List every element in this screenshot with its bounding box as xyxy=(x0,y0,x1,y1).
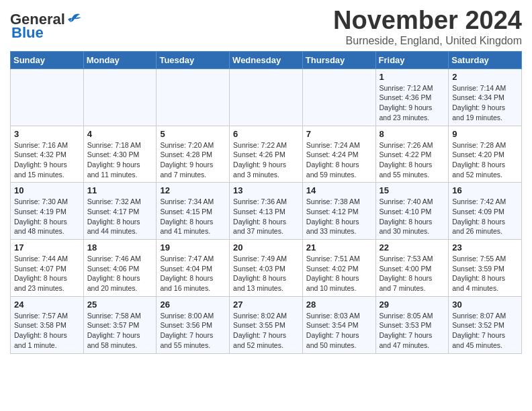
calendar-day-cell: 9Sunrise: 7:28 AM Sunset: 4:20 PM Daylig… xyxy=(449,126,522,183)
day-number: 11 xyxy=(87,185,153,195)
day-info: Sunrise: 8:00 AM Sunset: 3:56 PM Dayligh… xyxy=(160,311,226,351)
day-info: Sunrise: 7:24 AM Sunset: 4:24 PM Dayligh… xyxy=(306,140,372,180)
day-info: Sunrise: 7:51 AM Sunset: 4:02 PM Dayligh… xyxy=(306,254,372,293)
day-number: 26 xyxy=(160,300,226,310)
day-info: Sunrise: 7:38 AM Sunset: 4:12 PM Dayligh… xyxy=(306,197,372,236)
calendar-day-cell: 19Sunrise: 7:47 AM Sunset: 4:04 PM Dayli… xyxy=(157,240,230,297)
calendar-day-cell: 2Sunrise: 7:14 AM Sunset: 4:34 PM Daylig… xyxy=(449,68,522,126)
day-number: 10 xyxy=(14,185,80,195)
calendar-day-cell: 14Sunrise: 7:38 AM Sunset: 4:12 PM Dayli… xyxy=(302,183,375,240)
day-info: Sunrise: 7:32 AM Sunset: 4:17 PM Dayligh… xyxy=(87,197,153,236)
day-of-week-header: Sunday xyxy=(11,51,84,68)
day-number: 14 xyxy=(306,185,372,195)
calendar-day-cell: 7Sunrise: 7:24 AM Sunset: 4:24 PM Daylig… xyxy=(302,126,375,183)
day-info: Sunrise: 7:26 AM Sunset: 4:22 PM Dayligh… xyxy=(380,140,445,180)
calendar-day-cell xyxy=(302,68,375,126)
day-info: Sunrise: 7:46 AM Sunset: 4:06 PM Dayligh… xyxy=(87,254,153,293)
day-number: 5 xyxy=(160,129,226,139)
day-number: 27 xyxy=(233,300,299,310)
day-number: 28 xyxy=(306,300,372,310)
day-number: 15 xyxy=(380,185,445,195)
day-info: Sunrise: 8:03 AM Sunset: 3:54 PM Dayligh… xyxy=(306,311,372,351)
calendar-day-cell xyxy=(83,68,157,126)
day-number: 19 xyxy=(160,242,226,253)
day-of-week-header: Saturday xyxy=(449,51,522,68)
day-info: Sunrise: 7:16 AM Sunset: 4:32 PM Dayligh… xyxy=(14,140,80,180)
day-info: Sunrise: 7:22 AM Sunset: 4:26 PM Dayligh… xyxy=(233,140,299,180)
month-title: November 2024 xyxy=(333,7,522,35)
calendar-day-cell: 21Sunrise: 7:51 AM Sunset: 4:02 PM Dayli… xyxy=(302,240,375,297)
calendar-week-row: 17Sunrise: 7:44 AM Sunset: 4:07 PM Dayli… xyxy=(11,240,522,297)
day-number: 1 xyxy=(380,72,445,82)
calendar-day-cell: 5Sunrise: 7:20 AM Sunset: 4:28 PM Daylig… xyxy=(157,126,230,183)
calendar-day-cell: 27Sunrise: 8:02 AM Sunset: 3:55 PM Dayli… xyxy=(230,296,303,353)
title-block: November 2024 Burneside, England, United… xyxy=(333,7,522,47)
calendar-day-cell: 15Sunrise: 7:40 AM Sunset: 4:10 PM Dayli… xyxy=(375,183,449,240)
calendar-day-cell: 13Sunrise: 7:36 AM Sunset: 4:13 PM Dayli… xyxy=(230,183,303,240)
day-number: 24 xyxy=(14,300,80,310)
calendar-day-cell: 11Sunrise: 7:32 AM Sunset: 4:17 PM Dayli… xyxy=(83,183,157,240)
day-info: Sunrise: 7:12 AM Sunset: 4:36 PM Dayligh… xyxy=(380,83,445,123)
logo-blue-text: Blue xyxy=(11,26,44,40)
calendar-week-row: 24Sunrise: 7:57 AM Sunset: 3:58 PM Dayli… xyxy=(11,296,522,353)
days-of-week-row: SundayMondayTuesdayWednesdayThursdayFrid… xyxy=(11,51,522,68)
day-number: 9 xyxy=(452,129,518,139)
calendar-day-cell: 20Sunrise: 7:49 AM Sunset: 4:03 PM Dayli… xyxy=(230,240,303,297)
day-info: Sunrise: 7:34 AM Sunset: 4:15 PM Dayligh… xyxy=(160,197,226,236)
day-info: Sunrise: 7:28 AM Sunset: 4:20 PM Dayligh… xyxy=(452,140,518,180)
day-number: 6 xyxy=(233,129,299,139)
day-of-week-header: Friday xyxy=(375,51,449,68)
day-info: Sunrise: 7:14 AM Sunset: 4:34 PM Dayligh… xyxy=(452,83,518,123)
day-number: 2 xyxy=(452,72,518,82)
day-info: Sunrise: 8:02 AM Sunset: 3:55 PM Dayligh… xyxy=(233,311,299,351)
day-number: 23 xyxy=(452,242,518,253)
calendar-day-cell: 26Sunrise: 8:00 AM Sunset: 3:56 PM Dayli… xyxy=(157,296,230,353)
day-number: 8 xyxy=(380,129,445,139)
calendar-day-cell: 3Sunrise: 7:16 AM Sunset: 4:32 PM Daylig… xyxy=(11,126,84,183)
location-subtitle: Burneside, England, United Kingdom xyxy=(333,35,522,47)
day-info: Sunrise: 7:58 AM Sunset: 3:57 PM Dayligh… xyxy=(87,311,153,351)
day-of-week-header: Thursday xyxy=(302,51,375,68)
day-number: 4 xyxy=(87,129,153,139)
day-info: Sunrise: 7:42 AM Sunset: 4:09 PM Dayligh… xyxy=(452,197,518,236)
day-info: Sunrise: 7:57 AM Sunset: 3:58 PM Dayligh… xyxy=(14,311,80,351)
day-number: 25 xyxy=(87,300,153,310)
logo-bird-icon xyxy=(66,13,81,24)
calendar-day-cell: 12Sunrise: 7:34 AM Sunset: 4:15 PM Dayli… xyxy=(157,183,230,240)
calendar-day-cell: 29Sunrise: 8:05 AM Sunset: 3:53 PM Dayli… xyxy=(375,296,449,353)
day-info: Sunrise: 7:40 AM Sunset: 4:10 PM Dayligh… xyxy=(380,197,445,236)
calendar-day-cell xyxy=(230,68,303,126)
page-header: General Blue November 2024 Burneside, En… xyxy=(10,7,522,47)
day-info: Sunrise: 7:53 AM Sunset: 4:00 PM Dayligh… xyxy=(380,254,445,293)
day-info: Sunrise: 7:55 AM Sunset: 3:59 PM Dayligh… xyxy=(452,254,518,293)
day-number: 16 xyxy=(452,185,518,195)
day-info: Sunrise: 7:44 AM Sunset: 4:07 PM Dayligh… xyxy=(14,254,80,293)
day-info: Sunrise: 7:30 AM Sunset: 4:19 PM Dayligh… xyxy=(14,197,80,236)
calendar-week-row: 10Sunrise: 7:30 AM Sunset: 4:19 PM Dayli… xyxy=(11,183,522,240)
day-number: 22 xyxy=(380,242,445,253)
logo: General Blue xyxy=(10,12,81,40)
calendar-day-cell: 1Sunrise: 7:12 AM Sunset: 4:36 PM Daylig… xyxy=(375,68,449,126)
calendar-day-cell: 22Sunrise: 7:53 AM Sunset: 4:00 PM Dayli… xyxy=(375,240,449,297)
day-of-week-header: Wednesday xyxy=(230,51,303,68)
calendar-day-cell: 25Sunrise: 7:58 AM Sunset: 3:57 PM Dayli… xyxy=(83,296,157,353)
calendar-day-cell: 30Sunrise: 8:07 AM Sunset: 3:52 PM Dayli… xyxy=(449,296,522,353)
day-info: Sunrise: 7:47 AM Sunset: 4:04 PM Dayligh… xyxy=(160,254,226,293)
calendar-day-cell xyxy=(11,68,84,126)
day-info: Sunrise: 7:18 AM Sunset: 4:30 PM Dayligh… xyxy=(87,140,153,180)
calendar-table: SundayMondayTuesdayWednesdayThursdayFrid… xyxy=(10,51,522,354)
day-info: Sunrise: 8:05 AM Sunset: 3:53 PM Dayligh… xyxy=(380,311,445,351)
day-number: 13 xyxy=(233,185,299,195)
day-number: 17 xyxy=(14,242,80,253)
day-number: 3 xyxy=(14,129,80,139)
calendar-day-cell: 8Sunrise: 7:26 AM Sunset: 4:22 PM Daylig… xyxy=(375,126,449,183)
day-number: 21 xyxy=(306,242,372,253)
day-of-week-header: Monday xyxy=(83,51,157,68)
day-number: 12 xyxy=(160,185,226,195)
day-info: Sunrise: 7:36 AM Sunset: 4:13 PM Dayligh… xyxy=(233,197,299,236)
calendar-day-cell: 18Sunrise: 7:46 AM Sunset: 4:06 PM Dayli… xyxy=(83,240,157,297)
day-of-week-header: Tuesday xyxy=(157,51,230,68)
day-number: 29 xyxy=(380,300,445,310)
calendar-day-cell: 10Sunrise: 7:30 AM Sunset: 4:19 PM Dayli… xyxy=(11,183,84,240)
calendar-day-cell: 28Sunrise: 8:03 AM Sunset: 3:54 PM Dayli… xyxy=(302,296,375,353)
